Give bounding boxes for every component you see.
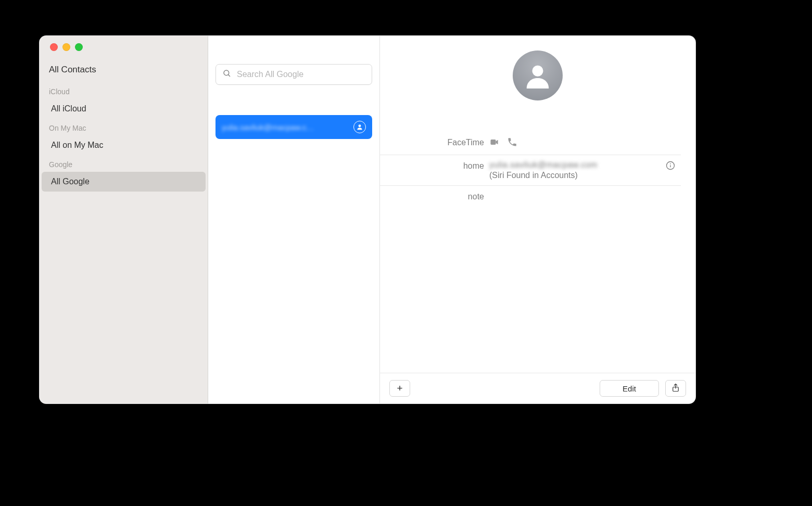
contact-name: yulia.savliuk@macpaw.c… [222,123,314,132]
avatar[interactable] [513,50,563,100]
add-button[interactable]: + [389,380,410,397]
svg-point-0 [224,70,229,75]
siri-found-note: (Siri Found in Accounts) [489,171,660,180]
search-input[interactable] [236,69,365,80]
share-button[interactable] [665,380,686,397]
detail-footer: + Edit [380,373,695,403]
home-email-value[interactable]: yulia.savliuk@macpaw.com [489,160,660,170]
window-controls [40,43,208,62]
contact-detail: FaceTime home yulia.savliuk@macpaw.com (… [380,36,695,403]
contacts-list-column: yulia.savliuk@macpaw.c… [208,36,380,403]
field-block: FaceTime home yulia.savliuk@macpaw.com (… [380,132,681,207]
facetime-label: FaceTime [380,137,484,147]
zoom-window-button[interactable] [75,43,83,51]
minimize-window-button[interactable] [62,43,70,51]
sidebar-all-contacts[interactable]: All Contacts [40,62,208,82]
note-row: note [380,186,681,207]
sidebar-section-icloud: iCloud [40,82,208,99]
edit-button[interactable]: Edit [600,380,659,397]
window-chrome: All Contacts iCloud All iCloud On My Mac… [39,35,696,404]
svg-rect-4 [491,140,496,145]
contacts-window: All Contacts iCloud All iCloud On My Mac… [39,35,695,403]
sidebar-section-google: Google [40,155,208,172]
audio-call-icon[interactable] [507,137,517,149]
me-card-icon [353,121,366,133]
sidebar-item-all-on-my-mac[interactable]: All on My Mac [42,135,206,155]
svg-point-2 [359,124,361,127]
contacts-list: yulia.savliuk@macpaw.c… [215,115,372,139]
info-icon[interactable] [665,160,681,173]
svg-point-7 [670,163,671,165]
video-call-icon[interactable] [489,137,500,149]
home-label: home [380,160,484,171]
facetime-row: FaceTime [380,132,681,155]
sidebar-section-on-my-mac: On My Mac [40,119,208,135]
svg-line-1 [228,74,230,77]
plus-icon: + [397,383,402,394]
sidebar: All Contacts iCloud All iCloud On My Mac… [40,36,208,403]
home-email-row: home yulia.savliuk@macpaw.com (Siri Foun… [380,155,681,186]
list-item[interactable]: yulia.savliuk@macpaw.c… [215,115,372,139]
search-field[interactable] [215,64,372,85]
svg-point-3 [532,66,543,77]
note-label: note [380,191,484,201]
sidebar-item-all-google[interactable]: All Google [42,172,206,192]
sidebar-item-all-icloud[interactable]: All iCloud [42,99,206,119]
close-window-button[interactable] [50,43,58,51]
share-icon [671,383,680,394]
search-icon [222,69,236,80]
